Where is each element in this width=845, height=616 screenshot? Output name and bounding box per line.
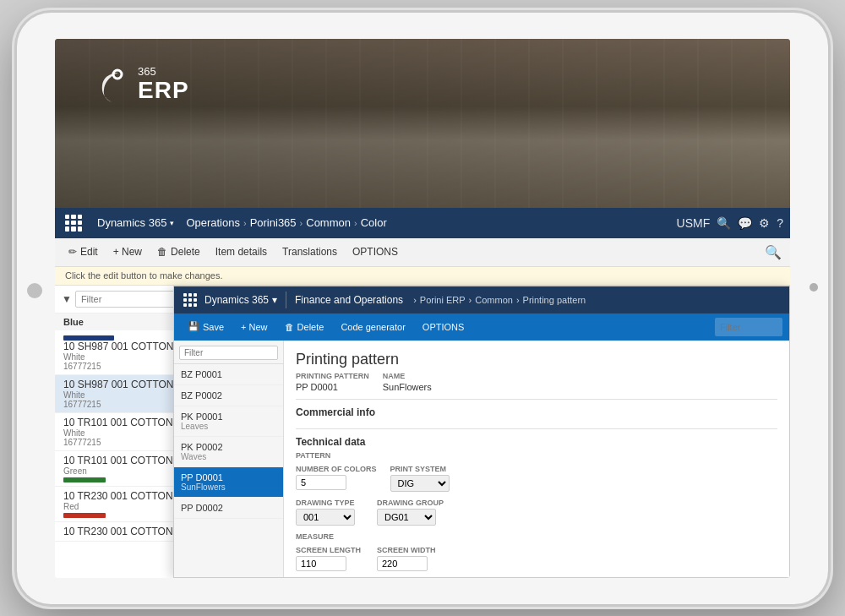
- screen-row: Screen length Screen width: [296, 546, 777, 571]
- nav-porini365[interactable]: Porini365: [250, 216, 297, 229]
- edit-icon: ✏: [68, 246, 77, 258]
- finance-ops-text: Finance and Operations: [295, 294, 403, 306]
- grid-dot: [78, 221, 82, 225]
- dialog-options-label: OPTIONS: [422, 322, 465, 332]
- nav-sep-icon: ›: [469, 295, 472, 305]
- screen-width-field: Screen width: [377, 546, 444, 571]
- nav-common[interactable]: Common: [306, 216, 351, 229]
- dialog-dynamics-label: Dynamics 365: [204, 294, 269, 306]
- edit-label: Edit: [80, 246, 98, 258]
- item-id: PP D0002: [181, 503, 276, 513]
- drawing-type-field: Drawing type 001: [296, 499, 363, 526]
- filter-icon: ▼: [62, 293, 72, 305]
- usmf-text[interactable]: USMF: [677, 216, 711, 230]
- print-system-field: Print system DIG: [390, 465, 458, 492]
- app-bar-right: USMF 🔍 💬 ⚙ ?: [677, 216, 783, 230]
- dialog-nav-common[interactable]: Common: [475, 295, 513, 305]
- settings-icon[interactable]: ⚙: [759, 216, 770, 230]
- item-id: BZ P0002: [181, 390, 276, 401]
- screen-width-input[interactable]: [377, 556, 428, 571]
- options-button[interactable]: OPTIONS: [346, 243, 405, 261]
- dialog-nav-porini[interactable]: Porini ERP: [420, 295, 466, 305]
- help-icon[interactable]: ?: [777, 216, 783, 230]
- side-button-right[interactable]: [810, 283, 818, 292]
- new-button[interactable]: + New: [106, 243, 149, 261]
- dynamics365-menu[interactable]: Dynamics 365 ▾: [92, 213, 179, 232]
- drawing-group-select[interactable]: DG01: [377, 509, 436, 526]
- dialog-name-label: Name: [383, 372, 450, 380]
- dialog-codegen-label: Code generator: [341, 322, 405, 332]
- dialog-list-item[interactable]: PP D0002: [174, 498, 283, 519]
- dialog-filter: [174, 341, 283, 364]
- translations-button[interactable]: Translations: [275, 243, 344, 261]
- dialog-body: BZ P0001 BZ P0002 PK P0001 Leaves PK P00…: [174, 341, 789, 577]
- edit-button[interactable]: ✏ Edit: [62, 243, 105, 261]
- dialog-list-item[interactable]: PP D0001 SunFlowers: [174, 467, 283, 498]
- options-label: OPTIONS: [352, 246, 398, 258]
- num-colors-input[interactable]: [296, 475, 346, 490]
- drawing-type-select[interactable]: 001: [296, 509, 355, 526]
- screen-length-input[interactable]: [296, 556, 346, 571]
- dialog-nav-printing[interactable]: Printing pattern: [523, 295, 586, 305]
- hero-image: 365 ERP: [55, 39, 790, 208]
- dialog-detail-title: Printing pattern: [296, 351, 777, 368]
- dialog-app-title[interactable]: Dynamics 365 ▾: [204, 294, 277, 306]
- measure-label: MEASURE: [296, 532, 777, 541]
- dialog-options-button[interactable]: OPTIONS: [416, 319, 472, 335]
- logo-erp: ERP: [138, 78, 189, 104]
- dialog-name-field: Name SunFlowers: [383, 372, 450, 392]
- dialog-search-input[interactable]: [715, 318, 782, 336]
- dialog-codegen-button[interactable]: Code generator: [334, 319, 412, 335]
- app-title-text: Dynamics 365: [97, 216, 166, 229]
- dialog-finance-ops-label: Finance and Operations: [295, 294, 403, 306]
- dialog-list: BZ P0001 BZ P0002 PK P0001 Leaves PK P00…: [174, 341, 284, 577]
- nav-sep: ›: [354, 218, 357, 228]
- delete-icon: 🗑: [285, 322, 294, 332]
- print-system-select[interactable]: DIG: [390, 475, 450, 492]
- drawing-type-label: Drawing type: [296, 499, 363, 507]
- grid-dot: [188, 293, 192, 297]
- colors-print-row: Number of colors Print system DIG: [296, 465, 777, 492]
- dialog-list-item[interactable]: BZ P0001: [174, 364, 283, 385]
- nav-sep-icon: ›: [516, 295, 520, 305]
- item-id: BZ P0001: [181, 369, 276, 379]
- main-content: ▼ Blue 10 SH987 001 COTTON00001 White 16…: [55, 286, 790, 578]
- new-label: + New: [113, 246, 142, 258]
- dialog-list-item[interactable]: BZ P0002: [174, 385, 283, 406]
- waffle-menu[interactable]: [62, 211, 85, 235]
- chevron-down-icon: ▾: [272, 294, 277, 306]
- delete-button[interactable]: 🗑 Delete: [150, 243, 207, 261]
- dialog-save-button[interactable]: 💾 Save: [181, 319, 231, 335]
- item-id: PK P0002: [181, 442, 276, 452]
- dialog-list-item[interactable]: PK P0002 Waves: [174, 437, 283, 467]
- dialog-filter-input[interactable]: [179, 346, 278, 360]
- grid-dot: [78, 215, 82, 219]
- drawing-group-field: Drawing group DG01: [377, 499, 444, 526]
- dialog-waffle-menu[interactable]: [181, 291, 199, 309]
- dialog-new-label: + New: [241, 322, 268, 332]
- print-system-label: Print system: [390, 465, 458, 473]
- technical-data-section: Technical data: [296, 428, 777, 451]
- dialog-delete-button[interactable]: 🗑 Delete: [278, 319, 331, 335]
- grid-dot: [194, 293, 197, 297]
- nav-operations[interactable]: Operations: [186, 216, 240, 229]
- dialog-detail: Printing pattern Printing pattern PP D00…: [284, 341, 789, 577]
- search-icon[interactable]: 🔍: [717, 216, 731, 230]
- overlay-dialog: Dynamics 365 ▾ Finance and Operations › …: [173, 286, 790, 578]
- chevron-down-icon: ▾: [170, 219, 174, 227]
- pattern-section-label: PATTERN: [296, 451, 777, 460]
- dialog-appbar: Dynamics 365 ▾ Finance and Operations › …: [174, 286, 789, 313]
- item-details-button[interactable]: Item details: [209, 243, 274, 261]
- toolbar-search[interactable]: 🔍: [763, 242, 783, 262]
- info-bar: Click the edit button to make changes.: [55, 267, 790, 286]
- dialog-delete-label: Delete: [297, 322, 324, 332]
- item-details-label: Item details: [215, 246, 267, 258]
- dialog-new-button[interactable]: + New: [234, 319, 275, 335]
- dialog-list-item[interactable]: PK P0001 Leaves: [174, 406, 283, 437]
- nav-color[interactable]: Color: [361, 216, 387, 229]
- item-id: PP D0001: [181, 472, 276, 482]
- chat-icon[interactable]: 💬: [738, 216, 752, 230]
- subheader-label: Blue: [63, 317, 84, 327]
- drawing-row: Drawing type 001 Drawing group DG01: [296, 499, 777, 526]
- side-button-left[interactable]: [27, 283, 42, 298]
